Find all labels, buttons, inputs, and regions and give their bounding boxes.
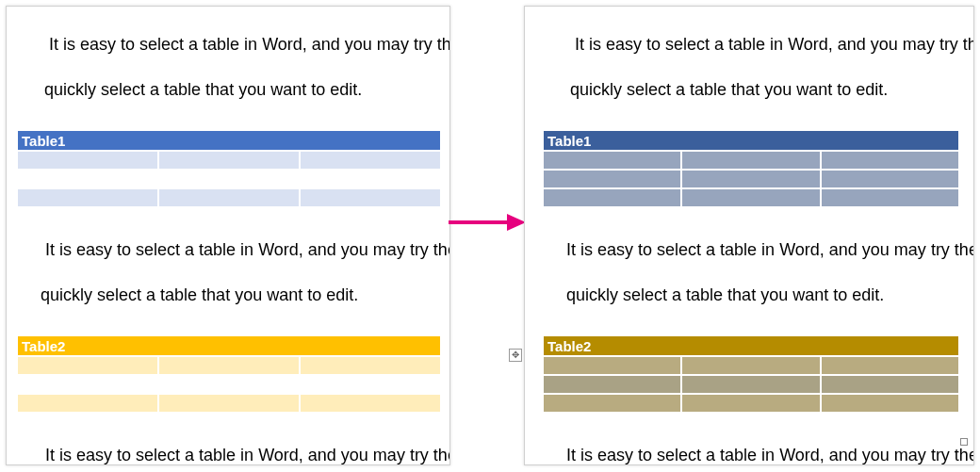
table-2-title: Table2 xyxy=(547,338,591,354)
para-line1: It is easy to select a table in Word, an… xyxy=(41,446,449,464)
table-cell[interactable] xyxy=(543,375,681,394)
para-line1: It is easy to select a table in Word, an… xyxy=(41,240,449,259)
para-line2: quickly select a table that you want to … xyxy=(44,80,362,99)
paragraph-text: It is easy to select a table in Word, an… xyxy=(12,421,449,465)
table-cell[interactable] xyxy=(300,356,441,375)
table-move-handle-icon[interactable]: ✥ xyxy=(509,349,522,362)
para-line1: It is easy to select a table in Word, an… xyxy=(566,446,973,464)
table-2-title: Table2 xyxy=(22,338,65,354)
table-cell[interactable] xyxy=(17,151,158,170)
table-cell[interactable] xyxy=(300,188,441,207)
table-1-selected[interactable]: Table1 xyxy=(542,129,960,208)
table-cell[interactable] xyxy=(17,375,158,394)
document-page-right: It is easy to select a table in Word, an… xyxy=(524,6,974,465)
table-cell[interactable] xyxy=(543,188,681,207)
paragraph-text: It is easy to select a table in Word, an… xyxy=(538,421,973,465)
para-line2: quickly select a table that you want to … xyxy=(570,80,888,99)
table-cell[interactable] xyxy=(821,188,959,207)
table-cell[interactable] xyxy=(543,170,681,188)
table-resize-handle-icon[interactable] xyxy=(960,438,968,446)
table-cell[interactable] xyxy=(681,356,820,375)
table-cell[interactable] xyxy=(300,151,441,170)
para-line1: It is easy to select a table in Word, an… xyxy=(566,240,973,259)
table-cell[interactable] xyxy=(300,394,441,413)
move-handle-glyph: ✥ xyxy=(512,350,519,360)
table-cell[interactable] xyxy=(681,151,820,170)
table-cell[interactable] xyxy=(300,375,441,394)
table-cell[interactable] xyxy=(681,170,820,188)
table-2-header[interactable]: Table2 xyxy=(543,335,959,356)
table-cell[interactable] xyxy=(821,170,959,188)
para-line2: quickly select a table that you want to … xyxy=(566,285,884,304)
table-cell[interactable] xyxy=(821,151,959,170)
table-cell[interactable] xyxy=(17,394,158,413)
table-cell[interactable] xyxy=(300,170,441,188)
table-cell[interactable] xyxy=(17,170,158,188)
paragraph-text: It is easy to select a table in Word, an… xyxy=(12,216,449,329)
table-cell[interactable] xyxy=(821,394,959,413)
para-line1: It is easy to select a table in Word, an… xyxy=(44,35,449,54)
para-line2: quickly select a table that you want to … xyxy=(41,285,358,304)
table-1-header[interactable]: Table1 xyxy=(543,130,959,151)
table-1-header[interactable]: Table1 xyxy=(17,130,441,151)
table-cell[interactable] xyxy=(543,394,681,413)
document-page-left: It is easy to select a table in Word, an… xyxy=(6,6,450,465)
svg-marker-1 xyxy=(507,214,526,231)
table-cell[interactable] xyxy=(681,188,820,207)
para-line1: It is easy to select a table in Word, an… xyxy=(570,35,973,54)
table-cell[interactable] xyxy=(17,356,158,375)
table-cell[interactable] xyxy=(681,375,820,394)
table-cell[interactable] xyxy=(158,375,300,394)
table-1-title: Table1 xyxy=(22,133,65,149)
table-cell[interactable] xyxy=(543,151,681,170)
table-1-title: Table1 xyxy=(547,133,591,149)
paragraph-text: It is easy to select a table in Word, an… xyxy=(542,10,973,123)
table-cell[interactable] xyxy=(158,394,300,413)
table-1[interactable]: Table1 xyxy=(16,129,442,208)
paragraph-text: It is easy to select a table in Word, an… xyxy=(16,10,449,123)
table-2-header[interactable]: Table2 xyxy=(17,335,441,356)
table-cell[interactable] xyxy=(17,188,158,207)
table-cell[interactable] xyxy=(821,375,959,394)
table-cell[interactable] xyxy=(158,188,300,207)
table-2-selected[interactable]: Table2 xyxy=(542,334,960,414)
arrow-icon xyxy=(449,212,526,233)
table-cell[interactable] xyxy=(821,356,959,375)
table-2[interactable]: Table2 xyxy=(16,334,442,414)
table-cell[interactable] xyxy=(681,394,820,413)
table-cell[interactable] xyxy=(158,170,300,188)
table-cell[interactable] xyxy=(543,356,681,375)
table-cell[interactable] xyxy=(158,356,300,375)
comparison-canvas: It is easy to select a table in Word, an… xyxy=(0,0,980,472)
table-cell[interactable] xyxy=(158,151,300,170)
paragraph-text: It is easy to select a table in Word, an… xyxy=(538,216,973,329)
